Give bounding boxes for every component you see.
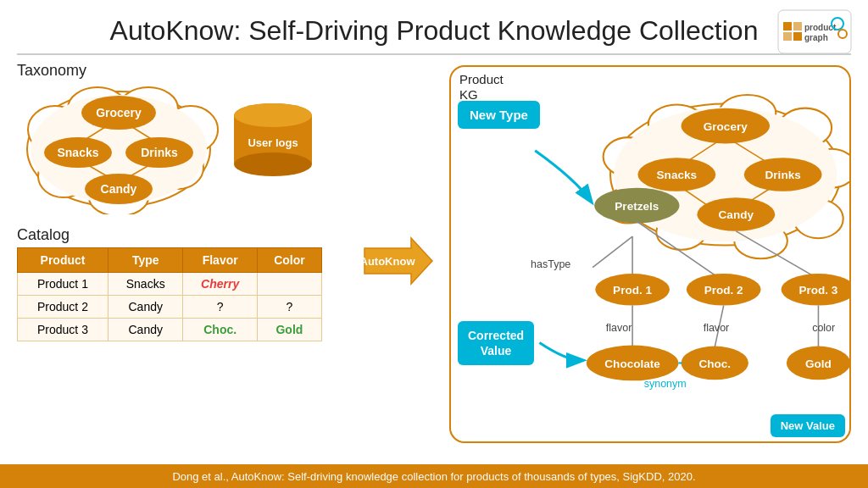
col-color: Color: [257, 248, 321, 273]
svg-text:graph: graph: [804, 33, 828, 42]
svg-rect-4: [793, 32, 802, 41]
cell-product: Product 2: [18, 296, 108, 319]
svg-text:Chocolate: Chocolate: [604, 358, 660, 370]
svg-text:User logs: User logs: [248, 136, 298, 149]
col-type: Type: [108, 248, 182, 273]
svg-text:AutoKnow: AutoKnow: [360, 255, 415, 268]
cell-color: ?: [257, 296, 321, 319]
cell-type: Snacks: [108, 273, 182, 296]
svg-point-33: [234, 152, 312, 176]
svg-text:flavor: flavor: [704, 322, 730, 334]
cell-type: Candy: [108, 296, 182, 319]
svg-rect-2: [793, 22, 802, 30]
cell-color: [257, 273, 321, 296]
catalog-table: Product Type Flavor Color Product 1 Snac…: [17, 247, 322, 341]
svg-text:Gold: Gold: [805, 358, 832, 370]
catalog-label: Catalog: [17, 226, 348, 244]
table-row: Product 2 Candy ? ?: [18, 296, 322, 319]
table-row: Product 3 Candy Choc. Gold: [18, 319, 322, 341]
cell-type: Candy: [108, 319, 182, 341]
svg-rect-1: [783, 22, 792, 30]
col-flavor: Flavor: [183, 248, 257, 273]
page-title: AutoKnow: Self-Driving Product Knowledge…: [17, 0, 851, 55]
cell-flavor: Cherry: [183, 273, 257, 296]
main-content: Taxonomy Gr: [0, 55, 868, 443]
svg-text:Grocery: Grocery: [96, 106, 142, 119]
footer: Dong et al., AutoKnow: Self-driving know…: [0, 464, 868, 488]
cell-flavor: Choc.: [183, 319, 257, 341]
logo: product graph: [776, 8, 853, 55]
svg-point-34: [234, 103, 312, 127]
catalog-area: Catalog Product Type Flavor Color Produc…: [17, 226, 348, 341]
cell-flavor: ?: [183, 296, 257, 319]
svg-text:Snacks: Snacks: [657, 169, 698, 181]
product-kg-panel: Product KG New Type CorrectedValue New V…: [449, 65, 851, 443]
taxonomy-cloud: Grocery Snacks Drinks Candy: [21, 83, 225, 214]
kg-svg: Grocery Snacks Drinks Candy Pretzels has…: [451, 67, 849, 441]
svg-text:synonym: synonym: [644, 378, 687, 390]
svg-text:color: color: [812, 322, 835, 334]
svg-text:Prod. 2: Prod. 2: [704, 284, 743, 297]
svg-text:Pretzels: Pretzels: [615, 200, 659, 213]
svg-text:Prod. 1: Prod. 1: [613, 284, 652, 297]
svg-text:Grocery: Grocery: [704, 120, 748, 133]
cell-product: Product 1: [18, 273, 108, 296]
footer-text: Dong et al., AutoKnow: Self-driving know…: [172, 470, 695, 483]
svg-text:Drinks: Drinks: [141, 146, 178, 159]
svg-text:hasType: hasType: [531, 258, 570, 270]
autoknow-area: AutoKnow: [356, 79, 441, 443]
svg-text:Prod. 3: Prod. 3: [798, 284, 837, 297]
svg-text:Choc.: Choc.: [698, 358, 731, 370]
svg-text:Snacks: Snacks: [57, 146, 98, 159]
svg-rect-3: [783, 32, 792, 41]
svg-line-63: [593, 236, 632, 268]
svg-text:Drinks: Drinks: [765, 169, 801, 181]
left-panel: Taxonomy Gr: [17, 62, 348, 443]
svg-text:Candy: Candy: [719, 208, 754, 221]
autoknow-arrow: AutoKnow: [360, 231, 437, 291]
cell-color: Gold: [257, 319, 321, 341]
taxonomy-label: Taxonomy: [17, 62, 348, 80]
user-logs: User logs: [231, 100, 315, 184]
svg-text:flavor: flavor: [606, 322, 632, 334]
svg-text:Candy: Candy: [101, 182, 137, 196]
table-row: Product 1 Snacks Cherry: [18, 273, 322, 296]
col-product: Product: [18, 248, 108, 273]
cell-product: Product 3: [18, 319, 108, 341]
